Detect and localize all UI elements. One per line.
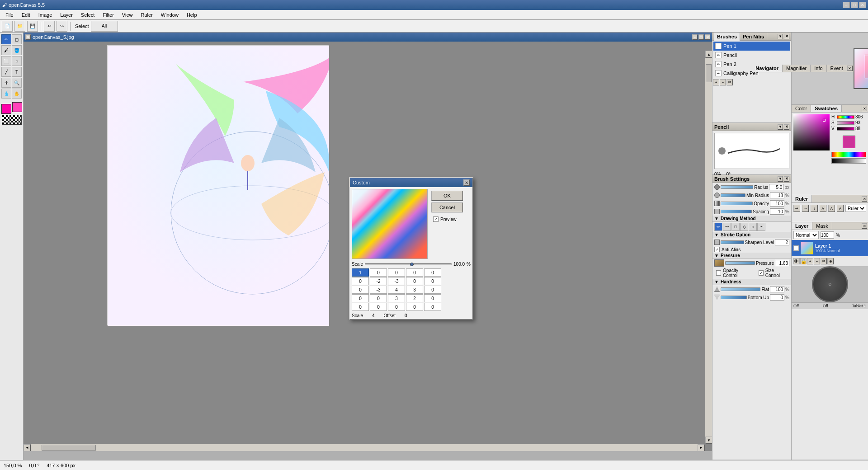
- tab-info[interactable]: Info: [811, 65, 826, 72]
- matrix-cell-1-2[interactable]: -3: [388, 277, 405, 285]
- matrix-cell-1-1[interactable]: -2: [370, 277, 387, 285]
- matrix-cell-3-4[interactable]: 0: [424, 294, 441, 302]
- minimize-button[interactable]: −: [843, 2, 850, 8]
- pressure-value-input[interactable]: [775, 260, 789, 266]
- delete-layer-btn[interactable]: −: [814, 258, 820, 264]
- bottom-up-value-input[interactable]: [770, 294, 784, 301]
- toolbar-select-all[interactable]: All: [91, 21, 118, 32]
- matrix-cell-0-2[interactable]: 0: [388, 268, 405, 277]
- ruler-panel-close[interactable]: ✕: [862, 196, 867, 202]
- menu-select[interactable]: Select: [77, 11, 99, 19]
- toolbar-undo[interactable]: ↩: [44, 21, 55, 32]
- brush-preview-close[interactable]: ✕: [784, 124, 789, 130]
- matrix-cell-1-3[interactable]: 0: [406, 277, 423, 285]
- radius-value-input[interactable]: [769, 184, 783, 190]
- menu-file[interactable]: File: [2, 11, 17, 19]
- pressure-toggle[interactable]: ▼: [714, 253, 719, 258]
- tab-brushes[interactable]: Brushes: [714, 33, 740, 41]
- dialog-cancel-button[interactable]: Cancel: [431, 202, 463, 212]
- preview-checkbox[interactable]: [433, 216, 439, 222]
- canvas-close-btn[interactable]: ✕: [25, 34, 31, 40]
- text-tool[interactable]: T: [12, 67, 22, 77]
- ruler-move-btn[interactable]: A: [820, 205, 826, 212]
- foreground-color[interactable]: [1, 104, 11, 114]
- duplicate-layer-btn[interactable]: ⧉: [821, 258, 827, 264]
- move-tool[interactable]: ✛: [1, 78, 11, 88]
- color-panel-close[interactable]: ✕: [862, 106, 867, 111]
- brush-item-pen1[interactable]: ✏ Pen 1: [713, 42, 790, 51]
- lasso-tool[interactable]: ○: [12, 56, 22, 66]
- zoom-tool[interactable]: 🔍: [12, 78, 22, 88]
- matrix-cell-1-4[interactable]: 0: [424, 277, 441, 285]
- tab-mask[interactable]: Mask: [812, 222, 832, 230]
- blend-mode-select[interactable]: Normal Multiply Screen: [793, 231, 819, 239]
- radius-bar[interactable]: [721, 185, 753, 189]
- ruler-flip-h-btn[interactable]: ↔: [802, 205, 809, 212]
- stroke-option-toggle[interactable]: ▼: [714, 232, 719, 237]
- matrix-cell-2-2[interactable]: 4: [388, 286, 405, 294]
- matrix-cell-2-0[interactable]: 0: [352, 286, 369, 294]
- sharpen-value-input[interactable]: [775, 239, 789, 245]
- tab-event[interactable]: Event: [827, 65, 847, 72]
- dialog-close-button[interactable]: ✕: [463, 179, 470, 186]
- tab-ruler[interactable]: Ruler: [792, 195, 812, 202]
- draw-icon-ellipse[interactable]: ○: [749, 223, 757, 231]
- hue-slider[interactable]: [837, 115, 854, 119]
- brushes-panel-menu[interactable]: ▼: [778, 34, 783, 39]
- fill-tool[interactable]: 🪣: [12, 45, 22, 55]
- min-radius-bar[interactable]: [721, 193, 745, 197]
- brush-item-pencil[interactable]: ✏ Pencil: [713, 51, 790, 60]
- add-brush-btn[interactable]: +: [713, 79, 719, 85]
- eraser-tool[interactable]: ◻: [12, 34, 22, 44]
- toolbar-new[interactable]: 📄: [2, 21, 13, 32]
- matrix-cell-0-0[interactable]: 1: [352, 268, 369, 277]
- menu-filter[interactable]: Filter: [99, 11, 117, 19]
- matrix-cell-2-3[interactable]: 3: [406, 286, 423, 294]
- ruler-letter-btn[interactable]: A: [828, 205, 835, 212]
- saturation-slider[interactable]: [837, 121, 854, 125]
- menu-image[interactable]: Image: [35, 11, 56, 19]
- draw-icon-diamond[interactable]: ◇: [740, 223, 748, 231]
- merge-layer-btn[interactable]: ⊕: [827, 258, 834, 264]
- tab-magnifier[interactable]: Magnifier: [783, 65, 811, 72]
- layer-panel-close[interactable]: ✕: [862, 223, 867, 229]
- horizontal-scrollbar[interactable]: ◄ ►: [24, 444, 705, 451]
- menu-window[interactable]: Window: [157, 11, 182, 19]
- close-button[interactable]: ✕: [859, 2, 866, 8]
- min-radius-value-input[interactable]: [770, 192, 784, 198]
- matrix-cell-3-3[interactable]: 2: [406, 294, 423, 302]
- scroll-thumb-v[interactable]: [706, 64, 712, 82]
- duplicate-brush-btn[interactable]: ⧉: [726, 79, 733, 85]
- vertical-scrollbar[interactable]: ▲ ▼: [705, 51, 712, 444]
- matrix-cell-4-0[interactable]: 0: [352, 303, 369, 311]
- value-slider[interactable]: [837, 127, 854, 131]
- toolbar-open[interactable]: 📁: [14, 21, 25, 32]
- brush-settings-menu[interactable]: ▼: [778, 176, 783, 182]
- ruler-dropdown[interactable]: Ruler: [845, 205, 866, 212]
- layer-item-1[interactable]: 👁 Layer 1 100% Normal: [792, 240, 868, 256]
- scroll-right-arrow[interactable]: ►: [698, 444, 705, 451]
- ruler-rotate-btn[interactable]: ↕: [811, 205, 817, 212]
- hand-tool[interactable]: ✋: [12, 89, 22, 99]
- current-color-swatch[interactable]: [843, 136, 855, 148]
- color-picker-area[interactable]: [793, 114, 830, 150]
- scroll-left-arrow[interactable]: ◄: [24, 444, 31, 451]
- background-color[interactable]: [12, 102, 22, 112]
- tab-swatches[interactable]: Swatches: [811, 105, 842, 112]
- layer-visibility-icon[interactable]: 👁: [793, 245, 799, 251]
- menu-view[interactable]: View: [118, 11, 137, 19]
- line-tool[interactable]: ╱: [1, 67, 11, 77]
- matrix-cell-3-2[interactable]: 3: [388, 294, 405, 302]
- tab-color[interactable]: Color: [792, 105, 811, 112]
- brush-tool[interactable]: 🖌: [1, 45, 11, 55]
- spectrum-bar[interactable]: [831, 152, 866, 157]
- scale-slider[interactable]: [365, 263, 452, 265]
- layer-lock-btn[interactable]: 🔒: [800, 258, 807, 264]
- matrix-cell-2-1[interactable]: -3: [370, 286, 387, 294]
- flat-value-input[interactable]: [770, 286, 784, 292]
- dialog-ok-button[interactable]: OK: [431, 191, 463, 201]
- opacity-value-input[interactable]: [770, 200, 784, 207]
- menu-help[interactable]: Help: [183, 11, 201, 19]
- matrix-cell-4-3[interactable]: 0: [406, 303, 423, 311]
- pen-tool[interactable]: ✏: [1, 34, 11, 44]
